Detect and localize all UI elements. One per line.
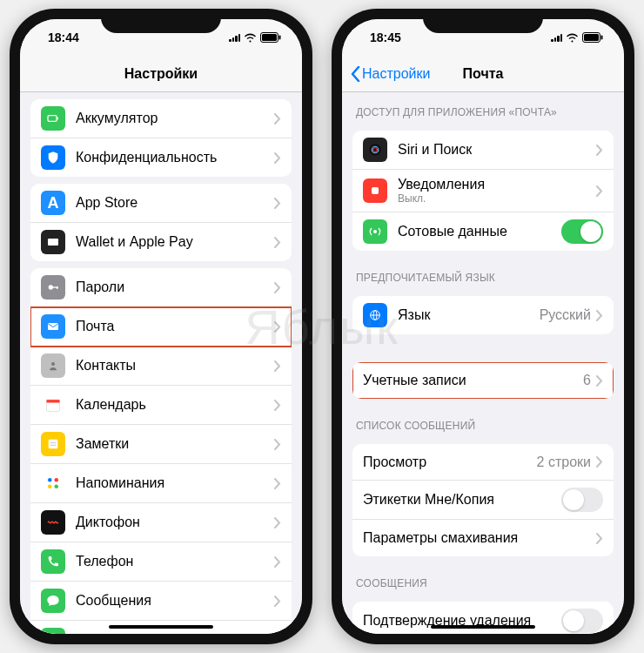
svg-rect-5 xyxy=(48,239,58,246)
row-label: Календарь xyxy=(76,397,274,413)
section-header: ПРЕДПОЧИТАЕМЫЙ ЯЗЫК xyxy=(342,258,624,289)
chevron-right-icon xyxy=(596,375,603,387)
row-label: Сотовые данные xyxy=(398,224,561,239)
back-label: Настройки xyxy=(362,66,430,82)
row-label: Заметки xyxy=(76,436,274,452)
wifi-icon xyxy=(244,33,257,43)
svg-point-10 xyxy=(51,362,55,366)
row-value: 6 xyxy=(583,373,591,388)
nav-header: Настройки Почта xyxy=(342,56,624,92)
calendar-icon xyxy=(41,393,65,417)
chevron-right-icon xyxy=(274,237,281,248)
row-label: Просмотр xyxy=(363,454,537,470)
settings-row[interactable]: УведомленияВыкл. xyxy=(352,170,614,212)
notes-icon xyxy=(41,432,65,456)
wifi-icon xyxy=(566,33,579,43)
settings-row[interactable]: Почта xyxy=(30,307,292,347)
svg-rect-12 xyxy=(47,400,60,402)
cellular-signal-icon xyxy=(229,33,240,42)
battery-icon xyxy=(41,106,65,131)
chevron-right-icon xyxy=(274,360,281,372)
settings-row[interactable]: Конфиденциальность xyxy=(30,138,292,177)
row-label: Аккумулятор xyxy=(76,111,274,126)
settings-row[interactable]: Siri и Поиск xyxy=(352,131,614,170)
settings-row[interactable]: Просмотр2 строки xyxy=(352,444,614,481)
settings-row[interactable]: Пароли xyxy=(30,268,292,307)
settings-row[interactable]: Сообщения xyxy=(30,582,292,621)
chevron-right-icon xyxy=(274,198,281,209)
settings-row[interactable]: Диктофон xyxy=(30,503,292,542)
chevron-right-icon xyxy=(596,533,603,544)
svg-point-17 xyxy=(55,478,59,482)
svg-point-19 xyxy=(55,485,59,489)
settings-row[interactable]: Телефон xyxy=(30,542,292,582)
privacy-icon xyxy=(41,145,65,170)
toggle-switch[interactable] xyxy=(561,219,603,244)
phone-icon xyxy=(41,549,65,574)
svg-rect-2 xyxy=(279,36,281,40)
svg-point-18 xyxy=(48,485,52,489)
svg-rect-3 xyxy=(48,116,57,122)
svg-rect-4 xyxy=(57,118,58,120)
home-indicator[interactable] xyxy=(109,625,213,629)
toggle-switch[interactable] xyxy=(561,609,603,633)
notch xyxy=(423,9,543,33)
wallet-icon xyxy=(41,230,65,254)
cellular-signal-icon xyxy=(551,33,562,42)
svg-rect-25 xyxy=(584,34,599,41)
settings-row[interactable]: Напоминания xyxy=(30,464,292,503)
row-label: Язык xyxy=(398,307,540,323)
svg-point-31 xyxy=(373,230,377,233)
key-icon xyxy=(41,275,65,300)
status-time: 18:45 xyxy=(363,30,401,44)
back-button[interactable]: Настройки xyxy=(351,66,430,82)
settings-row[interactable]: Этикетки Мне/Копия xyxy=(352,481,614,520)
chevron-right-icon xyxy=(596,145,603,156)
battery-icon xyxy=(582,32,603,43)
toggle-switch[interactable] xyxy=(561,488,603,512)
voice-memos-icon xyxy=(41,510,65,535)
home-indicator[interactable] xyxy=(431,625,535,629)
settings-row[interactable]: AApp Store xyxy=(30,184,292,223)
settings-row[interactable]: Заметки xyxy=(30,425,292,464)
nav-header: Настройки xyxy=(20,56,302,92)
settings-row[interactable]: Подтверждение удаления xyxy=(352,602,614,634)
row-label: Телефон xyxy=(76,554,274,569)
chevron-right-icon xyxy=(274,321,281,333)
row-label: Параметры смахивания xyxy=(363,530,596,546)
page-title: Настройки xyxy=(124,66,198,82)
settings-row[interactable]: Учетные записи6 xyxy=(352,362,614,399)
chevron-right-icon xyxy=(274,556,281,568)
settings-row[interactable]: Календарь xyxy=(30,386,292,425)
settings-row[interactable]: Wallet и Apple Pay xyxy=(30,223,292,261)
status-time: 18:44 xyxy=(41,30,79,44)
contacts-icon xyxy=(41,353,65,378)
phone-left: 18:44 Настройки АккумуляторКонфиденциаль… xyxy=(10,9,312,644)
settings-row[interactable]: Контакты xyxy=(30,347,292,386)
settings-row[interactable]: ЯзыкРусский xyxy=(352,296,614,334)
chevron-right-icon xyxy=(596,185,603,197)
screen-right: 18:45 Настройки Почта ДОСТУП ДЛЯ ПРИЛОЖЕ… xyxy=(342,19,624,634)
settings-row[interactable]: Параметры смахивания xyxy=(352,520,614,556)
row-label: App Store xyxy=(76,195,274,211)
appstore-icon: A xyxy=(41,191,65,215)
mail-icon xyxy=(41,314,65,339)
chevron-right-icon xyxy=(274,113,281,125)
svg-rect-9 xyxy=(48,323,58,330)
mail-settings-list[interactable]: ДОСТУП ДЛЯ ПРИЛОЖЕНИЯ «ПОЧТА»Siri и Поис… xyxy=(342,92,624,634)
settings-row[interactable]: Сотовые данные xyxy=(352,212,614,251)
chevron-left-icon xyxy=(351,66,360,82)
language-icon xyxy=(363,303,387,327)
row-value: 2 строки xyxy=(537,454,591,470)
row-label: Сообщения xyxy=(76,593,274,609)
status-indicators xyxy=(229,32,281,43)
settings-list[interactable]: АккумуляторКонфиденциальностьAApp StoreW… xyxy=(20,92,302,634)
row-label: Конфиденциальность xyxy=(76,150,274,165)
notch xyxy=(101,9,221,33)
siri-icon xyxy=(363,138,387,162)
settings-row[interactable]: Аккумулятор xyxy=(30,99,292,138)
svg-rect-1 xyxy=(262,34,277,41)
reminders-icon xyxy=(41,471,65,495)
chevron-right-icon xyxy=(274,517,281,528)
svg-rect-8 xyxy=(57,286,57,289)
